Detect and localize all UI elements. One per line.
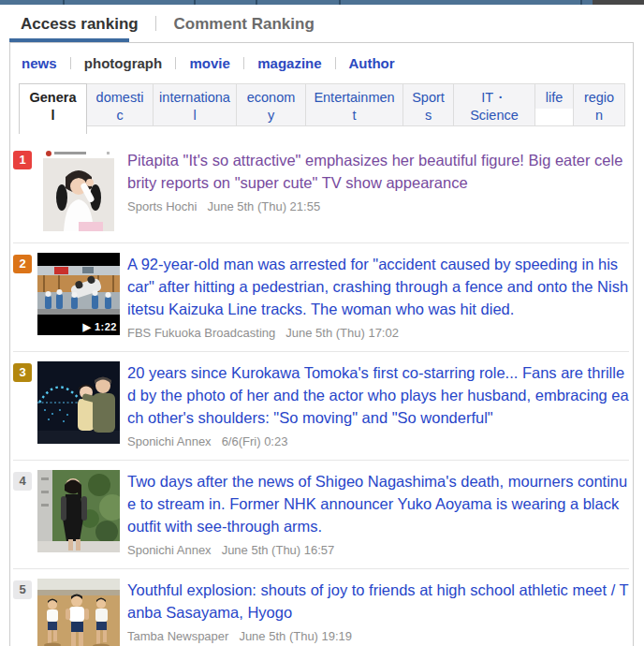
rank-badge: 3	[13, 363, 32, 382]
media-type-links: news photograph movie magazine Author	[10, 43, 633, 81]
link-author[interactable]: Author	[348, 55, 394, 71]
ranking-panel: news photograph movie magazine Author Ge…	[9, 42, 634, 646]
article-date: 6/6(Fri) 0:23	[222, 434, 288, 448]
tab-comment-ranking[interactable]: Comment Ranking	[174, 15, 315, 34]
tab-access-ranking[interactable]: Access ranking	[21, 15, 139, 34]
article-meta: Sponichi Annex6/6(Fri) 0:23	[127, 434, 629, 448]
ranking-item-2: 2	[13, 242, 629, 351]
video-duration: ▶ 1:22	[82, 321, 117, 333]
ranking-list: 1	[10, 134, 633, 646]
active-tab-underline	[9, 38, 129, 42]
article-date: June 5th (Thu) 21:55	[207, 199, 320, 213]
link-news[interactable]: news	[22, 55, 57, 71]
item-text: Pitapita "It's so attractive" emphasizes…	[127, 149, 629, 231]
article-meta: Sponichi AnnexJune 5th (Thu) 16:57	[127, 543, 629, 557]
tab-sports[interactable]: Sports	[402, 83, 454, 126]
ranking-item-1: 1	[13, 139, 629, 242]
tab-economy[interactable]: economy	[236, 83, 306, 126]
mourner-illustration	[37, 470, 120, 552]
article-title[interactable]: Two days after the news of Shigeo Nagash…	[127, 470, 629, 537]
night-couple-illustration	[37, 361, 120, 444]
link-divider	[243, 57, 244, 69]
category-tabs: General domestic international economy E…	[20, 83, 633, 134]
athletic-meet-illustration	[37, 579, 120, 646]
tab-divider	[155, 16, 156, 31]
article-meta: Sports HochiJune 5th (Thu) 21:55	[127, 199, 629, 213]
article-source: Tamba Newspaper	[127, 629, 228, 643]
ranking-item-4: 4	[13, 460, 629, 568]
link-divider	[335, 57, 336, 69]
rank-badge: 5	[13, 580, 32, 599]
link-divider	[70, 57, 71, 69]
thumbnail-mourner-image[interactable]	[37, 470, 120, 552]
article-title[interactable]: 20 years since Kurokawa Tomoka's first c…	[127, 361, 629, 429]
article-source: Sponichi Annex	[127, 434, 212, 448]
tab-it-science[interactable]: IT・ Science	[453, 83, 535, 126]
link-divider	[175, 57, 176, 69]
thumbnail-night-couple-image[interactable]	[37, 361, 120, 444]
play-icon: ▶	[82, 321, 91, 332]
rank-badge: 2	[13, 255, 32, 273]
tab-life[interactable]: life	[534, 83, 574, 126]
ranking-item-3: 3	[13, 351, 629, 460]
item-text: Youthful explosion: shouts of joy to fri…	[127, 579, 629, 646]
tab-general[interactable]: General	[19, 83, 87, 134]
article-source: Sponichi Annex	[127, 543, 212, 557]
article-meta: FBS Fukuoka BroadcastingJune 5th (Thu) 1…	[127, 326, 629, 340]
article-meta: Tamba NewspaperJune 5th (Thu) 19:19	[127, 629, 629, 643]
article-date: June 5th (Thu) 16:57	[222, 543, 335, 557]
thumbnail-selfie-image[interactable]	[37, 149, 120, 231]
rank-badge: 4	[13, 472, 32, 491]
tab-domestic[interactable]: domestic	[86, 83, 154, 126]
thumbnail-athletic-meet-image[interactable]	[37, 579, 120, 646]
item-text: 20 years since Kurokawa Tomoka's first c…	[127, 361, 629, 448]
thumbnail-accident-video[interactable]: ▶ 1:22	[37, 253, 120, 335]
rank-badge: 1	[13, 151, 32, 169]
ranking-item-5: 5	[13, 568, 629, 646]
article-date: June 5th (Thu) 19:19	[239, 629, 352, 643]
link-magazine[interactable]: magazine	[257, 55, 321, 71]
ranking-header: Access ranking Comment Ranking	[0, 5, 644, 42]
article-source: FBS Fukuoka Broadcasting	[127, 326, 275, 340]
item-text: A 92-year-old man was arrested for "acci…	[127, 253, 629, 340]
tab-entertainment[interactable]: Entertainment	[305, 83, 403, 126]
article-source: Sports Hochi	[127, 199, 197, 213]
article-date: June 5th (Thu) 17:02	[285, 326, 399, 340]
item-text: Two days after the news of Shigeo Nagash…	[127, 470, 629, 557]
selfie-illustration	[37, 149, 120, 231]
article-title[interactable]: Pitapita "It's so attractive" emphasizes…	[127, 149, 629, 194]
link-photograph[interactable]: photograph	[84, 55, 162, 71]
article-title[interactable]: A 92-year-old man was arrested for "acci…	[127, 253, 629, 320]
tab-region[interactable]: region	[573, 83, 625, 126]
link-movie[interactable]: movie	[190, 55, 230, 71]
tab-international[interactable]: international	[153, 83, 237, 126]
article-title[interactable]: Youthful explosion: shouts of joy to fri…	[127, 579, 629, 624]
